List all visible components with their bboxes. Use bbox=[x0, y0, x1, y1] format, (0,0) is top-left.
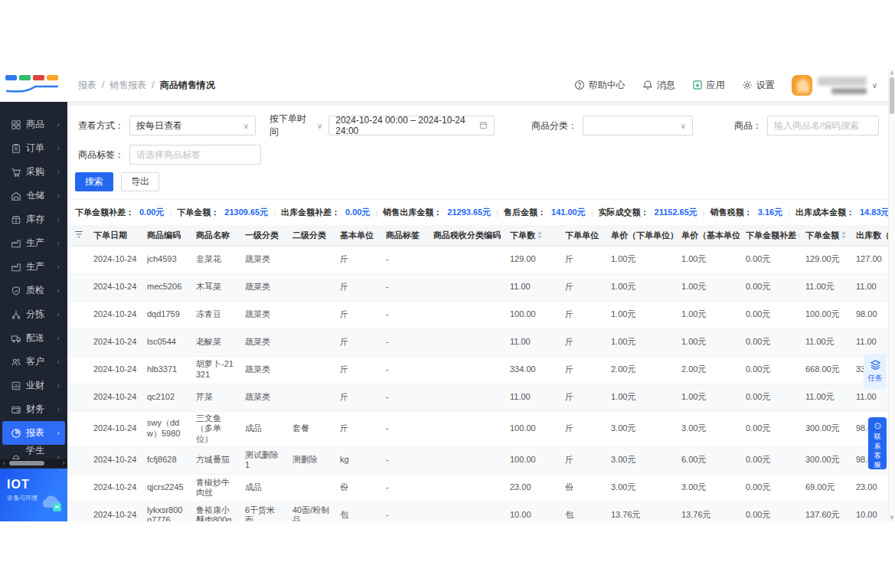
col-header-_filter[interactable] bbox=[67, 225, 87, 246]
col-header-order_unit[interactable]: 下单单位 bbox=[559, 225, 605, 246]
tag-select[interactable]: 请选择商品标签 bbox=[129, 145, 261, 165]
col-header-tax[interactable]: 商品税收分类编码 bbox=[427, 225, 504, 246]
sidebar-item-finance[interactable]: 财务› bbox=[2, 397, 65, 421]
table-row[interactable]: 2024-10-24hlb3371胡萝卜-21321蔬菜类斤-334.00斤2.… bbox=[67, 356, 888, 384]
scrollbar-thumb[interactable] bbox=[9, 461, 44, 466]
app-window: 商品›订单›采购›仓储›库存›生产›生产›质检›分拣›配送›客户›业财›财务›报… bbox=[0, 69, 895, 521]
column-settings-icon[interactable] bbox=[73, 229, 84, 241]
cell-filter bbox=[67, 474, 87, 501]
column-label: 基本单位 bbox=[340, 230, 374, 241]
cell-makeup: 0.00元 bbox=[740, 356, 799, 384]
col-header-amount[interactable]: 下单金额 bbox=[799, 225, 850, 246]
table-row[interactable]: 2024-10-24swy（ddw）5980三文鱼（多单位）成品套餐斤-100.… bbox=[67, 411, 888, 446]
product-search-input[interactable]: 输入商品名/编码搜索 bbox=[767, 116, 879, 136]
cart-icon bbox=[11, 167, 21, 178]
messages-button[interactable]: 消息 bbox=[642, 79, 675, 92]
table-row[interactable]: 2024-10-24mec5206木耳菜蔬菜类斤-11.00斤1.00元1.00… bbox=[67, 273, 888, 301]
cell-code: dqd1759 bbox=[141, 301, 190, 328]
cell-date: 2024-10-24 bbox=[87, 356, 141, 384]
iot-title: IOT bbox=[7, 478, 67, 492]
cell-amount: 11.00元 bbox=[799, 273, 850, 301]
search-button[interactable]: 搜索 bbox=[75, 172, 113, 191]
table-row[interactable]: 2024-10-24lykxsr800g7776鲁裕康小酥肉800g6干货米面4… bbox=[67, 501, 888, 521]
cell-qty: 11.00 bbox=[504, 328, 559, 356]
sidebar-scrollbar[interactable]: ‹ › bbox=[0, 459, 67, 467]
cell-tax bbox=[427, 246, 504, 273]
sidebar-item-production[interactable]: 生产› bbox=[2, 231, 65, 255]
help-center-button[interactable]: 帮助中心 bbox=[574, 79, 626, 92]
time-type-select[interactable]: 按下单时间 ∨ bbox=[269, 113, 322, 139]
task-widget[interactable]: 任务 bbox=[864, 354, 887, 389]
scrollbar-thumb[interactable] bbox=[890, 77, 894, 114]
customer-service-widget[interactable]: 联系客服 bbox=[868, 417, 887, 469]
col-header-makeup[interactable]: 下单金额补差? bbox=[740, 225, 799, 246]
col-header-tag[interactable]: 商品标签 bbox=[380, 225, 427, 246]
export-button[interactable]: 导出 bbox=[121, 172, 159, 191]
user-menu[interactable]: ∨ bbox=[792, 75, 877, 96]
sort-icon[interactable] bbox=[841, 231, 846, 239]
view-mode-select[interactable]: 按每日查看 ∨ bbox=[129, 116, 256, 136]
table-row[interactable]: 2024-10-24dqd1759冻青豆蔬菜类斤-100.00斤1.00元1.0… bbox=[67, 301, 888, 328]
col-header-cat2[interactable]: 二级分类 bbox=[286, 225, 334, 246]
breadcrumb-item[interactable]: 报表 bbox=[78, 79, 96, 92]
scroll-up-icon[interactable]: ∧ bbox=[889, 70, 895, 77]
table-row[interactable]: 2024-10-24qjcrs2245青椒炒牛肉丝成品份-23.00份3.00元… bbox=[67, 474, 888, 501]
breadcrumb-separator: / bbox=[152, 80, 154, 90]
col-header-date[interactable]: 下单日期 bbox=[87, 225, 141, 246]
table-row[interactable]: 2024-10-24lsc0544老酸菜蔬菜类斤-11.00斤1.00元1.00… bbox=[67, 328, 888, 356]
cell-makeup: 0.00元 bbox=[740, 328, 799, 356]
time-type-label: 按下单时间 bbox=[269, 113, 313, 139]
col-header-unit[interactable]: 基本单位 bbox=[334, 225, 380, 246]
vertical-scrollbar[interactable]: ∧ ∨ bbox=[888, 69, 895, 521]
category-select[interactable]: ∨ bbox=[583, 116, 693, 136]
col-header-price_base[interactable]: 单价（基本单位） bbox=[675, 225, 740, 246]
cell-price_order: 1.00元 bbox=[605, 273, 675, 301]
summary-value: 3.16元 bbox=[758, 207, 782, 218]
summary-label: 出库成本金额： bbox=[795, 207, 854, 218]
cell-out_qty: 10.00 bbox=[850, 501, 888, 521]
col-header-cat1[interactable]: 一级分类 bbox=[239, 225, 286, 246]
table-row[interactable]: 2024-10-24jch4593韭菜花蔬菜类斤-129.00斤1.00元1.0… bbox=[67, 246, 888, 273]
chevron-right-icon: › bbox=[57, 358, 60, 366]
chevron-right-icon: › bbox=[57, 334, 60, 342]
sidebar-item-quality[interactable]: 质检› bbox=[2, 279, 65, 302]
sidebar-item-goods[interactable]: 商品› bbox=[2, 113, 65, 136]
col-header-price_order[interactable]: 单价（下单单位）? bbox=[605, 225, 675, 246]
date-range-picker[interactable]: 2024-10-24 00:00 – 2024-10-24 24:00 bbox=[328, 116, 495, 136]
col-header-name[interactable]: 商品名称 bbox=[190, 225, 239, 246]
scroll-down-icon[interactable]: ∨ bbox=[889, 514, 895, 521]
table-row[interactable]: 2024-10-24qc2102芹菜蔬菜类斤-11.00斤1.00元1.00元0… bbox=[67, 384, 888, 411]
col-header-qty[interactable]: 下单数 bbox=[504, 225, 559, 246]
sort-icon[interactable] bbox=[537, 231, 542, 239]
cell-price_order: 1.00元 bbox=[605, 301, 675, 328]
breadcrumb-item[interactable]: 商品销售情况 bbox=[160, 79, 215, 92]
sidebar-item-delivery[interactable]: 配送› bbox=[2, 326, 65, 350]
sidebar-item-customer[interactable]: 客户› bbox=[2, 350, 65, 374]
sidebar-item-order[interactable]: 订单› bbox=[2, 136, 65, 160]
col-header-out_qty[interactable]: 出库数（下单单位） bbox=[850, 225, 888, 246]
scroll-right-icon[interactable]: › bbox=[60, 459, 67, 467]
table-row[interactable]: 2024-10-24fcfj8628方城番茄测试删除1测删除kg-100.00斤… bbox=[67, 446, 888, 474]
sidebar-item-bizfinance[interactable]: 业财› bbox=[2, 374, 65, 397]
breadcrumb-item[interactable]: 销售报表 bbox=[109, 79, 146, 92]
sidebar-item-inventory[interactable]: 库存› bbox=[2, 207, 65, 231]
col-header-code[interactable]: 商品编码 bbox=[141, 225, 190, 246]
sidebar-item-storage[interactable]: 仓储› bbox=[2, 184, 65, 207]
iot-banner[interactable]: IOT 设备与环境 bbox=[0, 469, 67, 521]
summary-bar: 下单金额补差：0.00元|下单金额：21309.65元|出库金额补差：0.00元… bbox=[67, 200, 888, 225]
sidebar-item-production2[interactable]: 生产› bbox=[2, 255, 65, 279]
pie-chart-icon bbox=[11, 428, 21, 439]
scroll-left-icon[interactable]: ‹ bbox=[0, 459, 8, 467]
sidebar-item-sorting[interactable]: 分拣› bbox=[2, 302, 65, 326]
cell-filter bbox=[67, 411, 87, 446]
settings-button[interactable]: 设置 bbox=[742, 79, 775, 92]
cell-date: 2024-10-24 bbox=[87, 446, 141, 474]
sidebar-item-purchase[interactable]: 采购› bbox=[2, 160, 65, 184]
cell-cat1: 蔬菜类 bbox=[239, 273, 286, 301]
cell-price_base: 3.00元 bbox=[675, 474, 740, 501]
sidebar-item-report[interactable]: 报表› bbox=[2, 421, 65, 445]
logo[interactable] bbox=[0, 69, 67, 102]
apps-button[interactable]: 应用 bbox=[692, 79, 725, 92]
cell-tag: - bbox=[380, 328, 427, 356]
cell-unit: 斤 bbox=[334, 356, 380, 384]
